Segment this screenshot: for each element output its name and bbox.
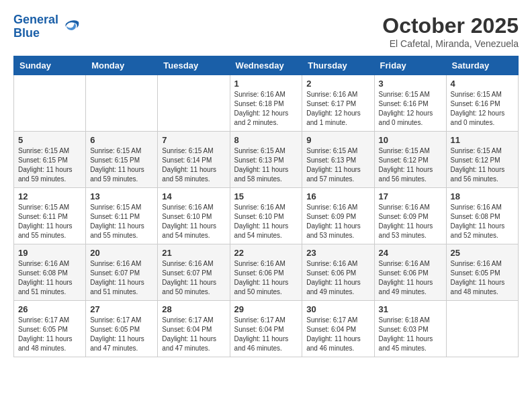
day-info: Sunrise: 6:15 AM Sunset: 6:12 PM Dayligh… (379, 146, 442, 184)
day-info: Sunrise: 6:16 AM Sunset: 6:09 PM Dayligh… (306, 203, 369, 240)
day-info: Sunrise: 6:17 AM Sunset: 6:05 PM Dayligh… (18, 316, 81, 353)
calendar-day-cell: 24Sunrise: 6:16 AM Sunset: 6:06 PM Dayli… (374, 244, 446, 301)
calendar-day-cell: 17Sunrise: 6:16 AM Sunset: 6:09 PM Dayli… (374, 188, 446, 244)
logo-text: GeneralBlue (13, 13, 58, 40)
calendar-week-3: 12Sunrise: 6:15 AM Sunset: 6:11 PM Dayli… (14, 188, 519, 244)
calendar-week-1: 1Sunrise: 6:16 AM Sunset: 6:18 PM Daylig… (14, 75, 519, 132)
calendar-week-5: 26Sunrise: 6:17 AM Sunset: 6:05 PM Dayli… (14, 301, 519, 357)
day-info: Sunrise: 6:15 AM Sunset: 6:11 PM Dayligh… (18, 203, 81, 240)
day-number: 31 (379, 304, 442, 314)
day-info: Sunrise: 6:16 AM Sunset: 6:06 PM Dayligh… (234, 259, 298, 297)
day-number: 17 (379, 191, 442, 201)
location-subtitle: El Cafetal, Miranda, Venezuela (382, 38, 519, 49)
day-info: Sunrise: 6:15 AM Sunset: 6:13 PM Dayligh… (306, 146, 369, 184)
day-info: Sunrise: 6:15 AM Sunset: 6:13 PM Dayligh… (234, 146, 298, 184)
day-info: Sunrise: 6:16 AM Sunset: 6:05 PM Dayligh… (451, 259, 514, 297)
calendar-day-cell: 13Sunrise: 6:15 AM Sunset: 6:11 PM Dayli… (86, 188, 158, 244)
day-number: 15 (234, 191, 298, 201)
day-number: 24 (379, 248, 442, 258)
day-number: 1 (234, 79, 298, 89)
calendar-day-cell: 23Sunrise: 6:16 AM Sunset: 6:06 PM Dayli… (302, 244, 374, 301)
calendar-day-cell: 21Sunrise: 6:16 AM Sunset: 6:07 PM Dayli… (158, 244, 230, 301)
calendar-day-cell: 1Sunrise: 6:16 AM Sunset: 6:18 PM Daylig… (230, 75, 302, 132)
page-header: GeneralBlue October 2025 El Cafetal, Mir… (13, 13, 519, 49)
day-number: 21 (162, 248, 225, 258)
day-number: 9 (306, 135, 369, 145)
calendar-day-cell: 16Sunrise: 6:16 AM Sunset: 6:09 PM Dayli… (302, 188, 374, 244)
calendar-table: SundayMondayTuesdayWednesdayThursdayFrid… (13, 56, 519, 357)
day-info: Sunrise: 6:18 AM Sunset: 6:03 PM Dayligh… (379, 316, 442, 353)
calendar-day-cell: 8Sunrise: 6:15 AM Sunset: 6:13 PM Daylig… (230, 132, 302, 188)
calendar-day-cell: 28Sunrise: 6:17 AM Sunset: 6:04 PM Dayli… (158, 301, 230, 357)
day-number: 14 (162, 191, 225, 201)
day-number: 12 (18, 191, 81, 201)
day-number: 27 (90, 304, 153, 314)
calendar-week-2: 5Sunrise: 6:15 AM Sunset: 6:15 PM Daylig… (14, 132, 519, 188)
day-info: Sunrise: 6:17 AM Sunset: 6:05 PM Dayligh… (90, 316, 153, 353)
day-info: Sunrise: 6:16 AM Sunset: 6:06 PM Dayligh… (306, 259, 369, 297)
title-block: October 2025 El Cafetal, Miranda, Venezu… (382, 13, 519, 49)
day-info: Sunrise: 6:16 AM Sunset: 6:18 PM Dayligh… (234, 90, 298, 128)
calendar-day-cell: 27Sunrise: 6:17 AM Sunset: 6:05 PM Dayli… (86, 301, 158, 357)
day-info: Sunrise: 6:15 AM Sunset: 6:16 PM Dayligh… (451, 90, 514, 128)
day-number: 25 (451, 248, 514, 258)
day-info: Sunrise: 6:15 AM Sunset: 6:14 PM Dayligh… (162, 146, 225, 184)
day-info: Sunrise: 6:16 AM Sunset: 6:17 PM Dayligh… (306, 90, 369, 128)
calendar-day-cell (86, 75, 158, 132)
day-info: Sunrise: 6:16 AM Sunset: 6:07 PM Dayligh… (162, 259, 225, 297)
day-info: Sunrise: 6:15 AM Sunset: 6:15 PM Dayligh… (90, 146, 153, 184)
day-number: 29 (234, 304, 298, 314)
calendar-day-cell (14, 75, 86, 132)
day-number: 19 (18, 248, 81, 258)
calendar-day-cell: 11Sunrise: 6:15 AM Sunset: 6:12 PM Dayli… (446, 132, 518, 188)
logo: GeneralBlue (13, 13, 81, 40)
day-info: Sunrise: 6:15 AM Sunset: 6:16 PM Dayligh… (379, 90, 442, 128)
day-number: 4 (451, 79, 514, 89)
day-info: Sunrise: 6:16 AM Sunset: 6:07 PM Dayligh… (90, 259, 153, 297)
calendar-day-cell: 20Sunrise: 6:16 AM Sunset: 6:07 PM Dayli… (86, 244, 158, 301)
calendar-day-cell: 15Sunrise: 6:16 AM Sunset: 6:10 PM Dayli… (230, 188, 302, 244)
day-number: 16 (306, 191, 369, 201)
calendar-day-cell: 6Sunrise: 6:15 AM Sunset: 6:15 PM Daylig… (86, 132, 158, 188)
day-info: Sunrise: 6:16 AM Sunset: 6:10 PM Dayligh… (162, 203, 225, 240)
calendar-day-cell: 3Sunrise: 6:15 AM Sunset: 6:16 PM Daylig… (374, 75, 446, 132)
calendar-day-cell: 9Sunrise: 6:15 AM Sunset: 6:13 PM Daylig… (302, 132, 374, 188)
calendar-day-cell: 31Sunrise: 6:18 AM Sunset: 6:03 PM Dayli… (374, 301, 446, 357)
calendar-day-cell: 19Sunrise: 6:16 AM Sunset: 6:08 PM Dayli… (14, 244, 86, 301)
calendar-header-row: SundayMondayTuesdayWednesdayThursdayFrid… (14, 56, 519, 75)
day-info: Sunrise: 6:15 AM Sunset: 6:12 PM Dayligh… (451, 146, 514, 184)
column-header-monday: Monday (86, 56, 158, 75)
day-info: Sunrise: 6:16 AM Sunset: 6:06 PM Dayligh… (379, 259, 442, 297)
calendar-day-cell (158, 75, 230, 132)
column-header-friday: Friday (374, 56, 446, 75)
calendar-day-cell: 22Sunrise: 6:16 AM Sunset: 6:06 PM Dayli… (230, 244, 302, 301)
day-number: 26 (18, 304, 81, 314)
calendar-day-cell (446, 301, 518, 357)
column-header-saturday: Saturday (446, 56, 518, 75)
calendar-day-cell: 25Sunrise: 6:16 AM Sunset: 6:05 PM Dayli… (446, 244, 518, 301)
day-info: Sunrise: 6:17 AM Sunset: 6:04 PM Dayligh… (306, 316, 369, 353)
day-number: 5 (18, 135, 81, 145)
calendar-day-cell: 5Sunrise: 6:15 AM Sunset: 6:15 PM Daylig… (14, 132, 86, 188)
day-number: 10 (379, 135, 442, 145)
calendar-day-cell: 14Sunrise: 6:16 AM Sunset: 6:10 PM Dayli… (158, 188, 230, 244)
day-info: Sunrise: 6:17 AM Sunset: 6:04 PM Dayligh… (234, 316, 298, 353)
calendar-day-cell: 10Sunrise: 6:15 AM Sunset: 6:12 PM Dayli… (374, 132, 446, 188)
day-number: 30 (306, 304, 369, 314)
day-number: 13 (90, 191, 153, 201)
day-info: Sunrise: 6:16 AM Sunset: 6:09 PM Dayligh… (379, 203, 442, 240)
day-number: 23 (306, 248, 369, 258)
column-header-wednesday: Wednesday (230, 56, 302, 75)
day-info: Sunrise: 6:16 AM Sunset: 6:08 PM Dayligh… (18, 259, 81, 297)
calendar-day-cell: 4Sunrise: 6:15 AM Sunset: 6:16 PM Daylig… (446, 75, 518, 132)
column-header-thursday: Thursday (302, 56, 374, 75)
calendar-day-cell: 29Sunrise: 6:17 AM Sunset: 6:04 PM Dayli… (230, 301, 302, 357)
calendar-week-4: 19Sunrise: 6:16 AM Sunset: 6:08 PM Dayli… (14, 244, 519, 301)
calendar-day-cell: 18Sunrise: 6:16 AM Sunset: 6:08 PM Dayli… (446, 188, 518, 244)
calendar-day-cell: 2Sunrise: 6:16 AM Sunset: 6:17 PM Daylig… (302, 75, 374, 132)
day-number: 22 (234, 248, 298, 258)
day-number: 8 (234, 135, 298, 145)
day-number: 7 (162, 135, 225, 145)
logo-bird-icon (60, 17, 81, 37)
day-info: Sunrise: 6:17 AM Sunset: 6:04 PM Dayligh… (162, 316, 225, 353)
